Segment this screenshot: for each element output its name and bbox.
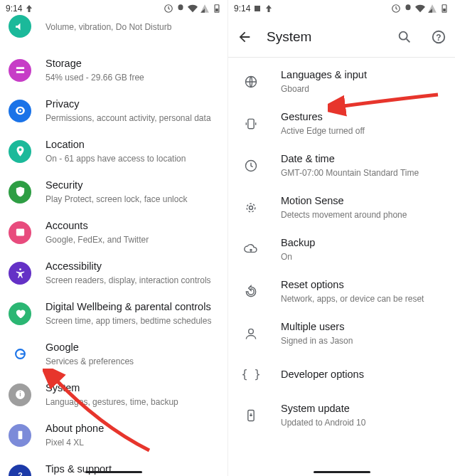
update-icon <box>240 404 262 427</box>
item-sub: Languages, gestures, time, backup <box>46 396 216 408</box>
google-icon <box>9 343 31 366</box>
nav-pill[interactable] <box>314 471 370 473</box>
about-icon <box>9 424 31 447</box>
settings-item-storage[interactable]: Storage 54% used - 29.66 GB free <box>0 50 228 90</box>
system-item-backup[interactable]: Backup On <box>228 228 455 270</box>
item-sub: Signed in as Jason <box>281 335 444 347</box>
svg-point-17 <box>400 32 407 40</box>
status-icons <box>391 4 449 14</box>
item-title: Date & time <box>281 152 444 166</box>
svg-rect-16 <box>443 9 446 11</box>
sound-icon <box>9 15 31 38</box>
settings-main-screen: 9:14 Volume, vibration, Do Not Disturb <box>0 0 228 476</box>
system-item-users[interactable]: Multiple users Signed in as Jason <box>228 312 455 354</box>
divider <box>228 57 455 58</box>
svg-text:?: ? <box>436 33 441 43</box>
svg-point-23 <box>250 206 253 209</box>
item-sub: Permissions, account activity, personal … <box>46 112 216 124</box>
system-item-motionsense[interactable]: Motion Sense Detects movement around pho… <box>228 186 455 228</box>
system-item-gestures[interactable]: Gestures Active Edge turned off <box>228 102 455 144</box>
settings-item-location[interactable]: Location On - 61 apps have access to loc… <box>0 131 228 171</box>
item-title: Developer options <box>281 368 444 381</box>
privacy-icon <box>9 100 31 122</box>
svg-rect-13 <box>255 6 260 11</box>
item-sub: Pixel 4 XL <box>46 437 216 448</box>
item-title: Privacy <box>46 97 216 111</box>
status-icons <box>164 4 222 14</box>
svg-rect-3 <box>16 67 23 69</box>
settings-item-system[interactable]: i System Languages, gestures, time, back… <box>0 374 228 415</box>
svg-rect-6 <box>16 229 23 236</box>
svg-rect-11 <box>18 431 22 439</box>
settings-list: Volume, vibration, Do Not Disturb Storag… <box>0 10 228 476</box>
svg-point-7 <box>19 268 21 270</box>
item-title: Accessibility <box>46 260 216 273</box>
svg-rect-2 <box>215 9 218 11</box>
item-title: Multiple users <box>281 320 444 334</box>
gesture-icon <box>240 112 262 135</box>
item-title: Storage <box>46 57 216 70</box>
header-title: System <box>267 29 382 45</box>
item-title: Google <box>46 341 216 354</box>
item-sub: Gboard <box>281 83 444 95</box>
item-sub: GMT-07:00 Mountain Standard Time <box>281 167 444 179</box>
location-icon <box>9 140 31 163</box>
system-item-datetime[interactable]: Date & time GMT-07:00 Mountain Standard … <box>228 144 455 186</box>
accounts-icon <box>9 221 31 244</box>
item-sub: Active Edge turned off <box>281 125 444 137</box>
clock-icon <box>240 154 262 177</box>
item-sub: On <box>281 251 444 263</box>
motion-icon <box>240 196 262 219</box>
system-item-reset[interactable]: Reset options Network, apps, or device c… <box>228 270 455 312</box>
svg-rect-21 <box>248 119 254 128</box>
dev-icon: { } <box>240 363 262 386</box>
settings-item-about[interactable]: About phone Pixel 4 XL <box>0 415 228 455</box>
item-title: Backup <box>281 236 444 250</box>
item-title: Tips & support <box>46 462 216 476</box>
settings-item-google[interactable]: Google Services & preferences <box>0 334 228 374</box>
reset-icon <box>240 280 262 303</box>
item-sub: Services & preferences <box>46 356 216 367</box>
system-item-update[interactable]: System update Updated to Android 10 <box>228 394 455 436</box>
settings-item-privacy[interactable]: Privacy Permissions, account activity, p… <box>0 90 228 131</box>
item-title: Accounts <box>46 219 216 233</box>
search-icon[interactable] <box>397 29 412 45</box>
item-sub: Updated to Android 10 <box>281 417 444 428</box>
item-sub: Play Protect, screen lock, face unlock <box>46 194 216 205</box>
item-title: Digital Wellbeing & parental controls <box>46 300 216 314</box>
svg-point-25 <box>249 329 254 334</box>
settings-item-wellbeing[interactable]: Digital Wellbeing & parental controls Sc… <box>0 293 228 334</box>
item-title: Security <box>46 179 216 192</box>
status-time: 9:14 <box>234 4 250 14</box>
system-item-languages[interactable]: Languages & input Gboard <box>228 60 455 102</box>
item-title: Languages & input <box>281 68 444 82</box>
settings-item-sound[interactable]: Volume, vibration, Do Not Disturb <box>0 10 228 50</box>
accessibility-icon <box>9 262 31 285</box>
back-icon[interactable] <box>237 29 252 45</box>
svg-text:i: i <box>19 391 21 398</box>
svg-point-24 <box>247 203 255 212</box>
item-title: Location <box>46 138 216 152</box>
item-title: About phone <box>46 422 216 435</box>
user-icon <box>240 322 262 345</box>
security-icon <box>9 181 31 203</box>
item-sub: Screen time, app timers, bedtime schedul… <box>46 315 216 327</box>
storage-icon <box>9 59 31 82</box>
nav-pill[interactable] <box>85 471 142 473</box>
svg-point-5 <box>19 110 21 112</box>
item-sub: 54% used - 29.66 GB free <box>46 72 216 83</box>
item-title: Gestures <box>281 110 444 124</box>
settings-item-accessibility[interactable]: Accessibility Screen readers, display, i… <box>0 253 228 293</box>
header: System ? <box>228 17 455 57</box>
help-icon[interactable]: ? <box>431 29 446 45</box>
item-sub: Volume, vibration, Do Not Disturb <box>46 21 216 33</box>
settings-item-security[interactable]: Security Play Protect, screen lock, face… <box>0 171 228 212</box>
globe-icon <box>240 70 262 93</box>
backup-icon <box>240 238 262 261</box>
svg-rect-4 <box>16 71 23 73</box>
system-icon: i <box>9 384 31 406</box>
item-sub: Screen readers, display, interaction con… <box>46 275 216 286</box>
system-item-developer[interactable]: { } Developer options <box>228 354 455 394</box>
system-list: Languages & input Gboard Gestures Active… <box>228 60 455 445</box>
settings-item-accounts[interactable]: Accounts Google, FedEx, and Twitter <box>0 212 228 253</box>
